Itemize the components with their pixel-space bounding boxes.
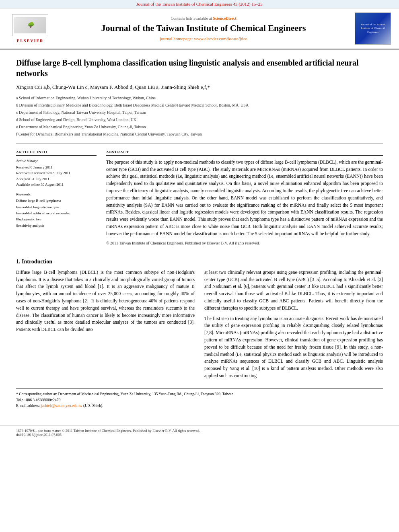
keyword-2: Ensembled linguistic analysis (16, 204, 97, 210)
footnote-section: * Corresponding author at: Department of… (16, 388, 383, 409)
revised-date: Received in revised form 9 July 2011 (16, 170, 97, 176)
history-label: Article history: (16, 159, 97, 163)
affiliations: a School of Information Engineering, Wuh… (16, 95, 383, 144)
intro-col1: Diffuse large B-cell lymphoma (DLBCL) is… (16, 269, 195, 383)
elsevier-wordmark: ELSEVIER (17, 39, 44, 43)
issn-line: 1876-1070/$ – see front matter © 2011 Ta… (16, 429, 383, 433)
doi-line: doi:10.1016/j.jtice.2011.07.005 (16, 433, 383, 437)
article-main: Diffuse large B-cell lymphoma classifica… (0, 49, 399, 417)
intro-col2: at least two clinically relevant groups … (204, 269, 383, 383)
keywords-section: Keywords: Diffuse large B-cell lymphoma … (16, 192, 97, 228)
journal-header: 🌳 ELSEVIER Contents lists available at S… (0, 8, 399, 49)
keyword-5: Sensitivity analysis (16, 223, 97, 229)
abstract-column: ABSTRACT The purpose of this study is to… (106, 150, 383, 245)
affiliation-c: c Department of Pathology, National Taiw… (16, 109, 383, 116)
intro-col2-p1: at least two clinically relevant groups … (204, 269, 383, 312)
info-abstract-section: ARTICLE INFO Article history: Received 6… (16, 150, 383, 245)
affiliation-b: b Division of Interdisciplinary Medicine… (16, 102, 383, 109)
telephone: Tel.: +886 3 46388000x2470. (16, 397, 383, 403)
email-address[interactable]: jashieh@saturn.yzu.edu.tw (41, 404, 82, 408)
received-date: Received 6 January 2011 (16, 164, 97, 170)
affiliation-a: a School of Information Engineering, Wuh… (16, 95, 383, 101)
keyword-4: Phylogenetic tree (16, 216, 97, 222)
article-title: Diffuse large B-cell lymphoma classifica… (16, 58, 383, 78)
abstract-label: ABSTRACT (106, 150, 383, 156)
introduction-section: 1. Introduction Diffuse large B-cell lym… (16, 259, 383, 383)
authors-line: Xingran Cui a,b, Chung-Wu Lin c, Maysam … (16, 83, 383, 92)
email-line: E-mail address: jashieh@saturn.yzu.edu.t… (16, 403, 383, 409)
banner-text: Journal of the Taiwan Institute of Chemi… (136, 2, 263, 6)
article-info-label: ARTICLE INFO (16, 150, 97, 156)
bottom-bar: 1876-1070/$ – see front matter © 2011 Ta… (0, 425, 399, 440)
intro-col1-p1: Diffuse large B-cell lymphoma (DLBCL) is… (16, 269, 195, 333)
header-left: 🌳 ELSEVIER (8, 14, 52, 43)
section-divider (16, 252, 383, 252)
available-date: Available online 30 August 2011 (16, 182, 97, 187)
journal-homepage: journal homepage: www.elsevier.com/locat… (56, 36, 351, 41)
intro-col2-p2: The first step in treating any lymphoma … (204, 315, 383, 380)
article-history: Article history: Received 6 January 2011… (16, 159, 97, 188)
email-label: E-mail address: (16, 404, 40, 408)
elsevier-tree-icon: 🌳 (14, 17, 46, 33)
sciencedirect-line: Contents lists available at ScienceDirec… (56, 16, 351, 21)
email-author: (J.-S. Shieh). (83, 404, 103, 408)
header-center: Contents lists available at ScienceDirec… (56, 16, 351, 41)
keywords-label: Keywords: (16, 192, 97, 196)
abstract-text: The purpose of this study is to apply no… (106, 159, 383, 238)
affiliation-e: e Department of Mechanical Engineering, … (16, 124, 383, 130)
keyword-1: Diffuse large B-cell lymphoma (16, 198, 97, 204)
sciencedirect-link[interactable]: ScienceDirect (213, 16, 236, 21)
corresponding-author: * Corresponding author at: Department of… (16, 391, 383, 397)
affiliation-d: d School of Engineering and Design, Brun… (16, 117, 383, 123)
journal-banner: Journal of the Taiwan Institute of Chemi… (0, 0, 399, 8)
keyword-3: Ensembled artificial neural networks (16, 210, 97, 216)
journal-cover-image: Journal of the Taiwan Institute of Chemi… (355, 12, 391, 45)
journal-title: Journal of the Taiwan Institute of Chemi… (56, 23, 351, 33)
accepted-date: Accepted 31 July 2011 (16, 176, 97, 182)
intro-heading: 1. Introduction (16, 259, 383, 265)
article-info-column: ARTICLE INFO Article history: Received 6… (16, 150, 97, 245)
elsevier-logo: 🌳 (12, 14, 48, 36)
abstract-copyright: © 2011 Taiwan Institute of Chemical Engi… (106, 241, 383, 245)
affiliation-f: f Center for Dynamical Biomarkers and Tr… (16, 131, 383, 138)
intro-body: Diffuse large B-cell lymphoma (DLBCL) is… (16, 269, 383, 383)
